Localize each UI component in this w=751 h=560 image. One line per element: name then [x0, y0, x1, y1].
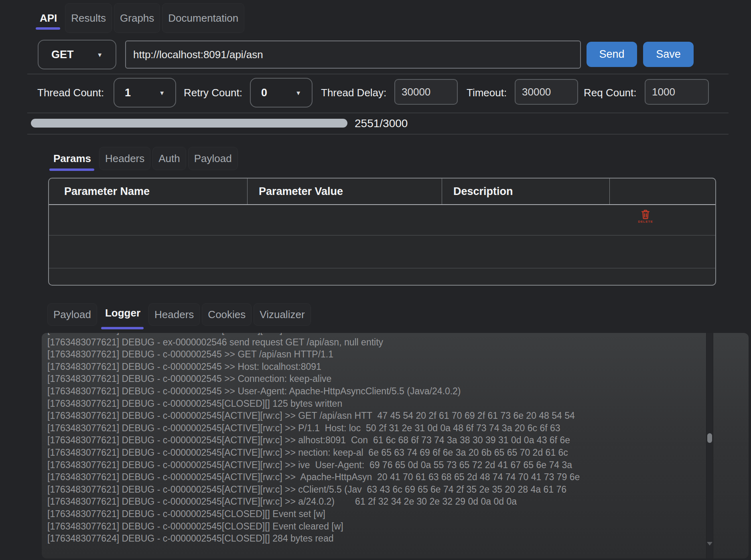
thread-count-select[interactable]: 1 ▼	[114, 78, 176, 108]
scrollbar-thumb[interactable]	[707, 433, 712, 443]
table-row	[49, 268, 715, 285]
divider	[27, 74, 729, 74]
tab-auth[interactable]: Auth	[152, 147, 186, 170]
tab-cookies-label: Cookies	[208, 308, 246, 321]
divider	[27, 113, 729, 113]
log-line: [1763483077621] DEBUG - c-0000002545[CLO…	[47, 508, 700, 520]
log-line: [1763483077621] DEBUG - c-0000002545[CLO…	[47, 398, 700, 410]
tab-results-label: Results	[71, 12, 106, 24]
tab-params-label: Params	[53, 152, 91, 165]
tab-documentation[interactable]: Documentation	[162, 3, 244, 33]
tab-vizualizer[interactable]: Vizualizer	[254, 303, 311, 326]
log-line: [1763483077621] DEBUG - c-0000002545[ACT…	[47, 446, 700, 459]
log-line: [1763483077621] DEBUG - c-0000002545[ACT…	[47, 333, 700, 336]
log-line: [1763483077621] DEBUG - c-0000002545 >> …	[47, 385, 700, 398]
timeout-label: Timeout:	[467, 87, 507, 99]
tab-vizualizer-label: Vizualizer	[260, 308, 304, 321]
thread-delay-label: Thread Delay:	[321, 87, 386, 99]
tab-response-headers[interactable]: Headers	[148, 303, 200, 326]
retry-count-select[interactable]: 0 ▼	[250, 78, 313, 108]
logger-scrollbar[interactable]	[706, 333, 713, 558]
tab-results[interactable]: Results	[65, 3, 112, 33]
active-tab-underline	[101, 327, 144, 329]
chevron-down-icon: ▼	[295, 90, 301, 96]
params-table: Parameter Name Parameter Value Descripti…	[48, 178, 716, 286]
active-tab-underline	[49, 168, 94, 171]
log-line: [1763483077621] DEBUG - c-0000002545 >> …	[47, 373, 700, 385]
logger-output-panel[interactable]: [1763483077621] DEBUG - c-0000002545[ACT…	[42, 333, 749, 558]
top-tab-bar: API Results Graphs Documentation	[34, 3, 244, 33]
response-tab-bar: Payload Logger Headers Cookies Vizualize…	[47, 303, 311, 326]
tab-headers-label: Headers	[105, 152, 144, 165]
tab-payload[interactable]: Payload	[188, 147, 238, 170]
tab-response-headers-label: Headers	[154, 308, 194, 321]
req-count-input[interactable]	[645, 79, 709, 105]
tab-response-payload-label: Payload	[53, 308, 91, 321]
tab-api-label: API	[40, 12, 57, 24]
delete-row-button[interactable]: DELETE	[634, 209, 657, 223]
tab-cookies[interactable]: Cookies	[202, 303, 252, 326]
log-line: [1763483077621] DEBUG - c-0000002545[ACT…	[47, 495, 700, 508]
tab-api[interactable]: API	[34, 3, 63, 33]
table-row	[49, 235, 715, 268]
send-button[interactable]: Send	[587, 42, 637, 67]
logger-lines: [1763483077621] DEBUG - c-0000002545[ACT…	[47, 333, 700, 545]
tab-auth-label: Auth	[158, 152, 180, 165]
table-row: DELETE	[49, 205, 715, 235]
param-value-cell[interactable]	[248, 205, 442, 235]
retry-count-label: Retry Count:	[184, 87, 242, 99]
trash-icon	[640, 209, 651, 219]
progress-bar	[31, 119, 403, 128]
column-header-parameter-value: Parameter Value	[248, 179, 442, 204]
scroll-down-icon[interactable]	[707, 542, 712, 546]
tab-logger[interactable]: Logger	[99, 303, 146, 326]
thread-count-label: Thread Count:	[37, 87, 104, 99]
tab-logger-label: Logger	[105, 307, 140, 319]
params-table-header: Parameter Name Parameter Value Descripti…	[49, 179, 715, 205]
log-line: [1763483077624] DEBUG - c-0000002545[CLO…	[47, 532, 700, 545]
tab-payload-label: Payload	[194, 152, 232, 165]
timeout-input[interactable]	[515, 79, 578, 105]
param-description-cell[interactable]	[442, 205, 610, 235]
log-line: [1763483077621] DEBUG - ex-0000002546 se…	[47, 336, 700, 349]
log-line: [1763483077621] DEBUG - c-0000002545[CLO…	[47, 520, 700, 533]
divider	[27, 134, 729, 134]
app-window: API Results Graphs Documentation GET ▼ S…	[0, 0, 751, 560]
column-header-parameter-name: Parameter Name	[49, 179, 248, 204]
log-line: [1763483077621] DEBUG - c-0000002545[ACT…	[47, 434, 700, 446]
save-button[interactable]: Save	[643, 42, 694, 67]
tab-response-payload[interactable]: Payload	[47, 303, 97, 326]
log-line: [1763483077621] DEBUG - c-0000002545 >> …	[47, 361, 700, 373]
progress-bar-fill	[31, 119, 347, 128]
req-count-label: Req Count:	[584, 87, 637, 99]
chevron-down-icon: ▼	[159, 90, 165, 96]
thread-count-value: 1	[125, 87, 131, 99]
tab-headers[interactable]: Headers	[99, 147, 150, 170]
log-line: [1763483077621] DEBUG - c-0000002545[ACT…	[47, 459, 700, 471]
request-tab-bar: Params Headers Auth Payload	[47, 147, 238, 170]
http-method-select[interactable]: GET ▼	[38, 40, 116, 69]
log-line: [1763483077621] DEBUG - c-0000002545[ACT…	[47, 410, 700, 422]
url-input[interactable]	[125, 41, 581, 69]
param-name-cell[interactable]	[49, 205, 248, 235]
retry-count-value: 0	[261, 87, 267, 99]
log-line: [1763483077621] DEBUG - c-0000002545[ACT…	[47, 483, 700, 496]
log-line: [1763483077621] DEBUG - c-0000002545[ACT…	[47, 422, 700, 434]
active-tab-underline	[36, 27, 60, 30]
progress-label: 2551/3000	[355, 117, 408, 130]
tab-params[interactable]: Params	[47, 147, 97, 170]
column-header-description: Description	[442, 179, 610, 204]
column-header-actions	[610, 179, 715, 204]
log-line: [1763483077621] DEBUG - c-0000002545 >> …	[47, 348, 700, 361]
log-line: [1763483077621] DEBUG - c-0000002545[ACT…	[47, 471, 700, 483]
chevron-down-icon: ▼	[97, 52, 103, 58]
delete-row-label: DELETE	[638, 220, 653, 223]
http-method-value: GET	[51, 49, 74, 61]
tab-graphs[interactable]: Graphs	[114, 3, 160, 33]
tab-documentation-label: Documentation	[168, 12, 238, 24]
thread-delay-input[interactable]	[394, 79, 458, 105]
tab-graphs-label: Graphs	[120, 12, 154, 24]
